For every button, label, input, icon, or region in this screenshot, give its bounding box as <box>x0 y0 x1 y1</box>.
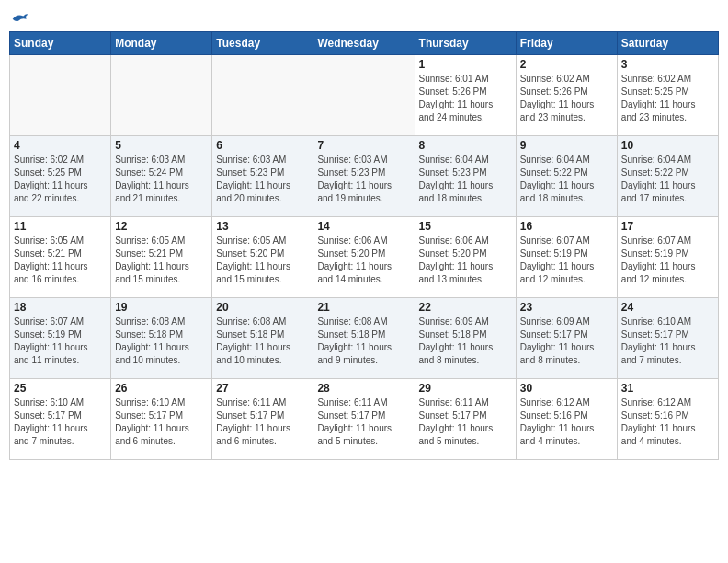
calendar-cell: 3Sunrise: 6:02 AM Sunset: 5:25 PM Daylig… <box>617 55 718 136</box>
day-number: 12 <box>115 220 208 233</box>
weekday-header-sunday: Sunday <box>10 32 111 55</box>
day-number: 2 <box>520 58 613 71</box>
calendar-cell: 27Sunrise: 6:11 AM Sunset: 5:17 PM Dayli… <box>212 379 313 460</box>
day-number: 27 <box>216 382 309 395</box>
calendar-cell: 25Sunrise: 6:10 AM Sunset: 5:17 PM Dayli… <box>10 379 111 460</box>
day-info: Sunrise: 6:05 AM Sunset: 5:21 PM Dayligh… <box>14 235 107 286</box>
calendar-cell: 22Sunrise: 6:09 AM Sunset: 5:18 PM Dayli… <box>415 298 516 379</box>
day-number: 23 <box>520 301 613 314</box>
day-info: Sunrise: 6:07 AM Sunset: 5:19 PM Dayligh… <box>621 235 714 286</box>
calendar-cell: 20Sunrise: 6:08 AM Sunset: 5:18 PM Dayli… <box>212 298 313 379</box>
weekday-header-tuesday: Tuesday <box>212 32 313 55</box>
day-number: 15 <box>419 220 512 233</box>
day-number: 28 <box>317 382 410 395</box>
day-info: Sunrise: 6:06 AM Sunset: 5:20 PM Dayligh… <box>317 235 410 286</box>
day-number: 26 <box>115 382 208 395</box>
calendar-cell: 23Sunrise: 6:09 AM Sunset: 5:17 PM Dayli… <box>516 298 617 379</box>
day-info: Sunrise: 6:05 AM Sunset: 5:20 PM Dayligh… <box>216 235 309 286</box>
day-info: Sunrise: 6:07 AM Sunset: 5:19 PM Dayligh… <box>14 316 107 367</box>
day-number: 31 <box>621 382 714 395</box>
calendar-cell: 15Sunrise: 6:06 AM Sunset: 5:20 PM Dayli… <box>415 217 516 298</box>
weekday-header-wednesday: Wednesday <box>313 32 415 55</box>
day-info: Sunrise: 6:07 AM Sunset: 5:19 PM Dayligh… <box>520 235 613 286</box>
calendar-cell: 4Sunrise: 6:02 AM Sunset: 5:25 PM Daylig… <box>10 136 111 217</box>
day-number: 19 <box>115 301 208 314</box>
calendar-cell <box>212 55 313 136</box>
day-info: Sunrise: 6:03 AM Sunset: 5:24 PM Dayligh… <box>115 154 208 205</box>
calendar-cell: 7Sunrise: 6:03 AM Sunset: 5:23 PM Daylig… <box>313 136 415 217</box>
day-number: 3 <box>621 58 714 71</box>
day-number: 30 <box>520 382 613 395</box>
calendar-week-row: 18Sunrise: 6:07 AM Sunset: 5:19 PM Dayli… <box>10 298 719 379</box>
day-info: Sunrise: 6:12 AM Sunset: 5:16 PM Dayligh… <box>520 396 613 448</box>
day-info: Sunrise: 6:03 AM Sunset: 5:23 PM Dayligh… <box>317 154 410 205</box>
day-number: 20 <box>216 301 309 314</box>
calendar-cell: 12Sunrise: 6:05 AM Sunset: 5:21 PM Dayli… <box>111 217 212 298</box>
calendar-cell: 2Sunrise: 6:02 AM Sunset: 5:26 PM Daylig… <box>516 55 617 136</box>
logo <box>9 9 29 28</box>
day-info: Sunrise: 6:09 AM Sunset: 5:18 PM Dayligh… <box>419 316 512 367</box>
calendar-cell: 6Sunrise: 6:03 AM Sunset: 5:23 PM Daylig… <box>212 136 313 217</box>
calendar-cell: 10Sunrise: 6:04 AM Sunset: 5:22 PM Dayli… <box>617 136 718 217</box>
calendar-body: 1Sunrise: 6:01 AM Sunset: 5:26 PM Daylig… <box>10 55 719 460</box>
day-number: 1 <box>419 58 512 71</box>
calendar-cell: 16Sunrise: 6:07 AM Sunset: 5:19 PM Dayli… <box>516 217 617 298</box>
calendar-week-row: 1Sunrise: 6:01 AM Sunset: 5:26 PM Daylig… <box>10 55 719 136</box>
calendar-week-row: 11Sunrise: 6:05 AM Sunset: 5:21 PM Dayli… <box>10 217 719 298</box>
day-info: Sunrise: 6:04 AM Sunset: 5:23 PM Dayligh… <box>419 154 512 205</box>
day-info: Sunrise: 6:02 AM Sunset: 5:25 PM Dayligh… <box>14 154 107 205</box>
page-header <box>9 9 719 28</box>
calendar-cell: 26Sunrise: 6:10 AM Sunset: 5:17 PM Dayli… <box>111 379 212 460</box>
day-info: Sunrise: 6:02 AM Sunset: 5:26 PM Dayligh… <box>520 73 613 124</box>
calendar-cell: 21Sunrise: 6:08 AM Sunset: 5:18 PM Dayli… <box>313 298 415 379</box>
day-info: Sunrise: 6:06 AM Sunset: 5:20 PM Dayligh… <box>419 235 512 286</box>
day-info: Sunrise: 6:08 AM Sunset: 5:18 PM Dayligh… <box>115 316 208 367</box>
day-number: 17 <box>621 220 714 233</box>
day-info: Sunrise: 6:09 AM Sunset: 5:17 PM Dayligh… <box>520 316 613 367</box>
calendar-cell: 11Sunrise: 6:05 AM Sunset: 5:21 PM Dayli… <box>10 217 111 298</box>
calendar-cell <box>111 55 212 136</box>
day-number: 18 <box>14 301 107 314</box>
day-number: 5 <box>115 139 208 152</box>
calendar-cell <box>313 55 415 136</box>
day-number: 8 <box>419 139 512 152</box>
calendar-cell: 5Sunrise: 6:03 AM Sunset: 5:24 PM Daylig… <box>111 136 212 217</box>
weekday-header-friday: Friday <box>516 32 617 55</box>
day-number: 29 <box>419 382 512 395</box>
day-number: 7 <box>317 139 410 152</box>
day-info: Sunrise: 6:04 AM Sunset: 5:22 PM Dayligh… <box>520 154 613 205</box>
day-info: Sunrise: 6:10 AM Sunset: 5:17 PM Dayligh… <box>621 316 714 367</box>
day-info: Sunrise: 6:08 AM Sunset: 5:18 PM Dayligh… <box>216 316 309 367</box>
day-number: 25 <box>14 382 107 395</box>
calendar-cell: 18Sunrise: 6:07 AM Sunset: 5:19 PM Dayli… <box>10 298 111 379</box>
day-number: 24 <box>621 301 714 314</box>
day-info: Sunrise: 6:11 AM Sunset: 5:17 PM Dayligh… <box>317 396 410 448</box>
day-info: Sunrise: 6:08 AM Sunset: 5:18 PM Dayligh… <box>317 316 410 367</box>
calendar-cell: 29Sunrise: 6:11 AM Sunset: 5:17 PM Dayli… <box>415 379 516 460</box>
day-info: Sunrise: 6:11 AM Sunset: 5:17 PM Dayligh… <box>216 396 309 448</box>
day-info: Sunrise: 6:01 AM Sunset: 5:26 PM Dayligh… <box>419 73 512 124</box>
day-number: 11 <box>14 220 107 233</box>
day-number: 14 <box>317 220 410 233</box>
calendar-cell: 30Sunrise: 6:12 AM Sunset: 5:16 PM Dayli… <box>516 379 617 460</box>
weekday-header-thursday: Thursday <box>415 32 516 55</box>
calendar-cell: 24Sunrise: 6:10 AM Sunset: 5:17 PM Dayli… <box>617 298 718 379</box>
day-info: Sunrise: 6:03 AM Sunset: 5:23 PM Dayligh… <box>216 154 309 205</box>
day-info: Sunrise: 6:05 AM Sunset: 5:21 PM Dayligh… <box>115 235 208 286</box>
day-number: 16 <box>520 220 613 233</box>
weekday-header-monday: Monday <box>111 32 212 55</box>
day-info: Sunrise: 6:11 AM Sunset: 5:17 PM Dayligh… <box>419 396 512 448</box>
logo-bird-icon <box>11 9 29 28</box>
day-info: Sunrise: 6:10 AM Sunset: 5:17 PM Dayligh… <box>14 396 107 448</box>
day-number: 9 <box>520 139 613 152</box>
calendar-cell: 31Sunrise: 6:12 AM Sunset: 5:16 PM Dayli… <box>617 379 718 460</box>
day-number: 4 <box>14 139 107 152</box>
calendar-cell: 9Sunrise: 6:04 AM Sunset: 5:22 PM Daylig… <box>516 136 617 217</box>
weekday-header-saturday: Saturday <box>617 32 718 55</box>
calendar-week-row: 4Sunrise: 6:02 AM Sunset: 5:25 PM Daylig… <box>10 136 719 217</box>
day-info: Sunrise: 6:10 AM Sunset: 5:17 PM Dayligh… <box>115 396 208 448</box>
calendar-cell: 17Sunrise: 6:07 AM Sunset: 5:19 PM Dayli… <box>617 217 718 298</box>
day-info: Sunrise: 6:04 AM Sunset: 5:22 PM Dayligh… <box>621 154 714 205</box>
calendar-cell: 13Sunrise: 6:05 AM Sunset: 5:20 PM Dayli… <box>212 217 313 298</box>
calendar-cell: 14Sunrise: 6:06 AM Sunset: 5:20 PM Dayli… <box>313 217 415 298</box>
